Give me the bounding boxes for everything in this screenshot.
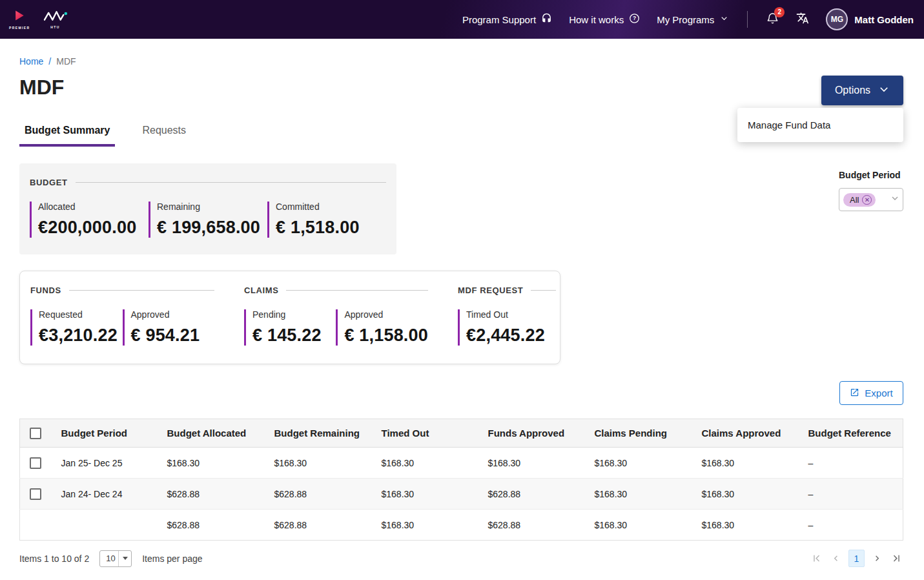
stat-claims-approved: Approved € 1,158.00 [336,309,428,346]
brand-area: PREMIER HTU [9,9,68,30]
user-menu[interactable]: MG Matt Godden [826,8,914,30]
funds-card: FUNDS Requested €3,210.22 Approved € 954… [19,271,560,364]
funds-requested-label: Requested [39,309,123,320]
cell-budget-allocated: $628.88 [167,479,274,510]
program-support-label: Program Support [462,14,536,25]
column-claims-pending: Claims Pending [595,419,702,448]
tab-budget-summary[interactable]: Budget Summary [19,119,115,147]
column-budget-reference: Budget Reference [808,419,903,448]
stat-funds-requested: Requested €3,210.22 [30,309,123,346]
cell-claims-approved: $168.30 [702,448,808,479]
user-name: Matt Godden [854,14,914,25]
export-button[interactable]: Export [839,381,903,405]
cell-claims-pending: $168.30 [595,479,702,510]
claims-pending-label: Pending [252,309,336,320]
nav-my-programs[interactable]: My Programs [657,14,729,25]
options-button[interactable]: Options [821,76,903,105]
cell-funds-approved: $628.88 [488,479,595,510]
claims-approved-label: Approved [344,309,428,320]
nav-divider [747,11,748,28]
cell-funds-approved: $168.30 [488,448,595,479]
next-page-button[interactable] [870,552,884,565]
nav-links: Program Support How it works ? My Progra… [462,8,914,30]
cell-claims-pending: $168.30 [595,510,702,541]
cell-budget-remaining: $628.88 [274,479,382,510]
select-all-checkbox[interactable] [30,428,41,439]
funds-requested-value: €3,210.22 [39,326,123,346]
row-checkbox[interactable] [30,457,41,469]
breadcrumb-home-link[interactable]: Home [19,56,43,67]
options-menu-area: Options Manage Fund Data [821,76,903,105]
svg-text:?: ? [633,15,636,21]
budget-table: Budget Period Budget Allocated Budget Re… [19,419,903,541]
htu-logo-label: HTU [50,25,59,29]
claims-approved-value: € 1,158.00 [344,326,428,346]
divider-line [76,182,387,183]
select-chevron-icon [890,193,900,206]
funds-title: FUNDS [30,285,61,295]
stat-allocated-label: Allocated [38,202,149,212]
cell-budget-reference: – [808,510,903,541]
stat-remaining: Remaining € 199,658.00 [149,202,267,238]
funds-approved-label: Approved [131,309,215,320]
cell-budget-reference: – [808,479,903,510]
cell-claims-pending: $168.30 [595,448,702,479]
stat-timed-out: Timed Out €2,445.22 [458,309,556,346]
language-button[interactable] [796,12,809,27]
budget-period-label: Budget Period [839,170,903,180]
budget-card: BUDGET Allocated €200,000.00 Remaining €… [19,163,396,254]
nav-program-support[interactable]: Program Support [462,13,552,26]
premier-logo[interactable]: PREMIER [9,9,30,30]
premier-logo-icon [13,9,26,25]
mdf-request-title: MDF REQUEST [458,285,523,295]
last-page-button[interactable] [890,552,903,565]
translate-icon [796,12,809,27]
htu-logo[interactable]: HTU [43,10,68,29]
options-button-label: Options [835,85,870,96]
avatar: MG [826,8,848,30]
headset-icon [541,13,552,26]
cell-timed-out: $168.30 [382,448,488,479]
breadcrumb-separator: / [48,56,51,67]
notifications-button[interactable]: 2 [766,12,779,28]
cell-budget-period: Jan 25- Dec 25 [61,448,167,479]
items-per-page-select[interactable]: 10 [99,550,132,567]
stat-remaining-value: € 199,658.00 [157,218,267,238]
budget-card-title: BUDGET [30,178,68,187]
per-page-value: 10 [106,554,115,563]
claims-pending-value: € 145.22 [252,326,336,346]
row-checkbox[interactable] [30,488,41,500]
export-row: Export [19,381,903,405]
cell-timed-out: $168.30 [382,510,488,541]
budget-period-select[interactable]: All ✕ [839,188,903,211]
filter-chip-all[interactable]: All ✕ [843,193,876,207]
cell-funds-approved: $628.88 [488,510,595,541]
htu-logo-icon [43,10,68,24]
first-page-button[interactable] [810,552,823,565]
previous-page-button[interactable] [829,552,843,565]
claims-section: CLAIMS Pending € 145.22 Approved € 1,158… [244,285,428,346]
cell-budget-reference: – [808,448,903,479]
budget-period-filter: Budget Period All ✕ [839,163,903,211]
my-programs-label: My Programs [657,14,714,25]
stat-funds-approved: Approved € 954.21 [123,309,215,346]
cell-timed-out: $168.30 [382,479,488,510]
page-1-button[interactable]: 1 [848,550,865,567]
cell-budget-allocated: $168.30 [167,448,274,479]
column-timed-out: Timed Out [382,419,488,448]
items-summary: Items 1 to 10 of 2 [19,554,89,564]
table-totals-row: $628.88 $628.88 $168.30 $628.88 $168.30 … [20,510,903,541]
tab-requests[interactable]: Requests [137,119,191,147]
table-row: Jan 24- Dec 24 $628.88 $628.88 $168.30 $… [20,479,903,510]
divider-line [69,290,214,291]
stat-committed-value: € 1,518.00 [276,218,386,238]
funds-section: FUNDS Requested €3,210.22 Approved € 954… [30,285,214,346]
chip-remove-icon[interactable]: ✕ [862,195,872,205]
column-budget-period: Budget Period [61,419,167,448]
divider-line [531,290,556,291]
budget-summary-row: BUDGET Allocated €200,000.00 Remaining €… [19,163,903,254]
how-it-works-label: How it works [569,14,624,25]
menu-item-manage-fund-data[interactable]: Manage Fund Data [737,109,903,141]
export-icon [850,388,859,399]
nav-how-it-works[interactable]: How it works ? [569,13,640,26]
